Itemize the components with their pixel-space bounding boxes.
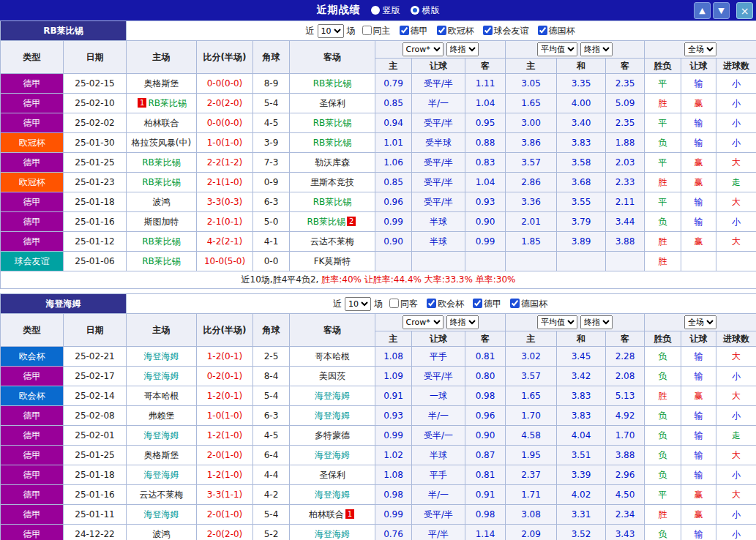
away-team[interactable]: 哥本哈根 bbox=[315, 351, 350, 361]
home-team[interactable]: RB莱比锡 bbox=[142, 256, 181, 266]
match-score[interactable]: 3-3(0-3) bbox=[197, 192, 253, 212]
home-team[interactable]: 格拉茨风暴(中) bbox=[132, 138, 191, 148]
scope-select[interactable]: 全场 bbox=[684, 42, 716, 56]
match-score[interactable]: 2-0(2-0) bbox=[197, 525, 253, 540]
match-score[interactable]: 1-2(0-1) bbox=[197, 386, 253, 406]
away-team[interactable]: 柏林联合 bbox=[309, 509, 344, 520]
away-team[interactable]: RB莱比锡 bbox=[313, 197, 352, 207]
sub-column-header: 客 bbox=[606, 59, 645, 74]
away-team[interactable]: 多特蒙德 bbox=[315, 430, 350, 440]
away-team[interactable]: 美因茨 bbox=[319, 371, 345, 381]
match-score[interactable]: 0-0(0-0) bbox=[197, 74, 253, 94]
home-team[interactable]: RB莱比锡 bbox=[148, 98, 187, 108]
match-score[interactable]: 1-2(0-1) bbox=[197, 347, 253, 367]
match-count-select[interactable]: 10 bbox=[345, 297, 371, 311]
home-team[interactable]: 斯图加特 bbox=[144, 217, 179, 227]
league-filter-checkbox[interactable]: 球会友谊 bbox=[482, 26, 529, 36]
match-score[interactable]: 2-1(0-1) bbox=[197, 212, 253, 232]
away-team[interactable]: 里斯本竞技 bbox=[310, 177, 354, 187]
away-team[interactable]: 海登海姆 bbox=[315, 529, 350, 539]
league-filter-checkbox[interactable]: 欧会杯 bbox=[425, 299, 464, 309]
match-score[interactable]: 2-0(1-0) bbox=[197, 446, 253, 465]
away-team[interactable]: 云达不莱梅 bbox=[310, 236, 354, 247]
league-filter-checkbox[interactable]: 德甲 bbox=[471, 299, 501, 309]
radio-horizontal[interactable]: 横版 bbox=[411, 4, 440, 17]
away-team[interactable]: RB莱比锡 bbox=[313, 78, 352, 89]
home-team[interactable]: 云达不莱梅 bbox=[140, 490, 184, 500]
average-select[interactable]: 平均值 bbox=[537, 315, 577, 329]
average-time-select[interactable]: 终指 bbox=[580, 42, 613, 56]
odds-company-select[interactable]: Crow* bbox=[403, 42, 444, 56]
odds-time-select[interactable]: 终指 bbox=[446, 315, 479, 329]
league-filter-input[interactable] bbox=[538, 26, 547, 35]
match-score[interactable]: 2-0(1-0) bbox=[197, 505, 253, 525]
league-filter-checkbox[interactable]: 德国杯 bbox=[509, 299, 547, 309]
scroll-up-button[interactable]: ▲ bbox=[694, 2, 711, 19]
average-select[interactable]: 平均值 bbox=[537, 42, 577, 56]
away-team[interactable]: 海登海姆 bbox=[315, 391, 350, 401]
scroll-down-button[interactable]: ▼ bbox=[713, 2, 730, 19]
same-venue-checkbox[interactable]: 同客 bbox=[388, 299, 418, 309]
away-team[interactable]: 海登海姆 bbox=[315, 410, 350, 421]
average-odds-cell: 2.08 bbox=[606, 367, 645, 386]
league-filter-input[interactable] bbox=[483, 26, 493, 35]
match-score[interactable]: 1-0(1-0) bbox=[197, 133, 253, 153]
away-team[interactable]: 勒沃库森 bbox=[315, 157, 350, 168]
home-team[interactable]: RB莱比锡 bbox=[142, 236, 181, 247]
odds-time-select[interactable]: 终指 bbox=[446, 42, 479, 56]
match-score[interactable]: 1-0(1-0) bbox=[197, 406, 253, 426]
home-team[interactable]: 海登海姆 bbox=[144, 430, 179, 440]
average-time-select[interactable]: 终指 bbox=[580, 315, 613, 329]
league-filter-input[interactable] bbox=[437, 26, 446, 35]
sub-column-header: 胜负 bbox=[645, 331, 681, 347]
match-score[interactable]: 0-2(0-1) bbox=[197, 367, 253, 386]
match-count-select[interactable]: 10 bbox=[318, 24, 344, 38]
home-team[interactable]: 海登海姆 bbox=[144, 470, 179, 480]
home-team[interactable]: 奥格斯堡 bbox=[144, 78, 179, 89]
radio-vertical[interactable]: 竖版 bbox=[371, 4, 400, 17]
home-team[interactable]: 奥格斯堡 bbox=[144, 450, 179, 460]
odds-company-select[interactable]: Crow* bbox=[403, 315, 444, 329]
league-filter-checkbox[interactable]: 德国杯 bbox=[536, 26, 575, 36]
away-team[interactable]: 海登海姆 bbox=[315, 490, 350, 500]
home-team[interactable]: 波鸿 bbox=[153, 197, 171, 207]
league-filter-input[interactable] bbox=[473, 299, 482, 308]
away-team[interactable]: FK莫斯特 bbox=[314, 256, 351, 266]
away-team[interactable]: RB莱比锡 bbox=[307, 217, 346, 227]
away-team[interactable]: RB莱比锡 bbox=[313, 118, 352, 128]
home-team[interactable]: RB莱比锡 bbox=[142, 177, 181, 187]
home-team[interactable]: 波鸿 bbox=[153, 529, 171, 539]
asian-odds-cell: 0.80 bbox=[465, 367, 506, 386]
match-score[interactable]: 2-2(1-2) bbox=[197, 153, 253, 173]
match-score[interactable]: 1-2(1-0) bbox=[197, 426, 253, 446]
match-score[interactable]: 3-3(1-1) bbox=[197, 485, 253, 505]
home-team[interactable]: 海登海姆 bbox=[144, 371, 179, 381]
league-filter-checkbox[interactable]: 欧冠杯 bbox=[435, 26, 474, 36]
close-button[interactable]: × bbox=[736, 2, 753, 19]
away-team[interactable]: 海登海姆 bbox=[315, 450, 350, 460]
league-filter-checkbox[interactable]: 德甲 bbox=[398, 26, 428, 36]
away-team[interactable]: 圣保利 bbox=[319, 98, 345, 108]
match-score[interactable]: 2-1(1-0) bbox=[197, 173, 253, 192]
home-team[interactable]: RB莱比锡 bbox=[142, 157, 181, 168]
home-team[interactable]: 海登海姆 bbox=[144, 351, 179, 361]
match-score[interactable]: 0-0(0-0) bbox=[197, 113, 253, 133]
home-team[interactable]: 海登海姆 bbox=[144, 509, 179, 520]
league-filter-input[interactable] bbox=[427, 299, 436, 308]
away-team[interactable]: 圣保利 bbox=[319, 470, 345, 480]
home-team[interactable]: 柏林联合 bbox=[144, 118, 179, 128]
league-filter-input[interactable] bbox=[400, 26, 409, 35]
home-team[interactable]: 哥本哈根 bbox=[144, 391, 179, 401]
match-score[interactable]: 2-0(2-0) bbox=[197, 94, 253, 113]
league-filter-input[interactable] bbox=[510, 299, 520, 308]
same-venue-checkbox[interactable]: 同主 bbox=[361, 26, 391, 36]
match-score[interactable]: 1-2(1-0) bbox=[197, 465, 253, 485]
asian-odds-cell: 0.93 bbox=[375, 406, 412, 426]
away-team[interactable]: RB莱比锡 bbox=[313, 138, 352, 148]
home-team[interactable]: 弗赖堡 bbox=[149, 410, 175, 421]
same-venue-input[interactable] bbox=[389, 299, 399, 308]
match-score[interactable]: 10-0(5-0) bbox=[197, 252, 253, 271]
match-score[interactable]: 4-2(2-1) bbox=[197, 232, 253, 252]
scope-select[interactable]: 全场 bbox=[684, 315, 716, 329]
same-venue-input[interactable] bbox=[362, 26, 372, 35]
